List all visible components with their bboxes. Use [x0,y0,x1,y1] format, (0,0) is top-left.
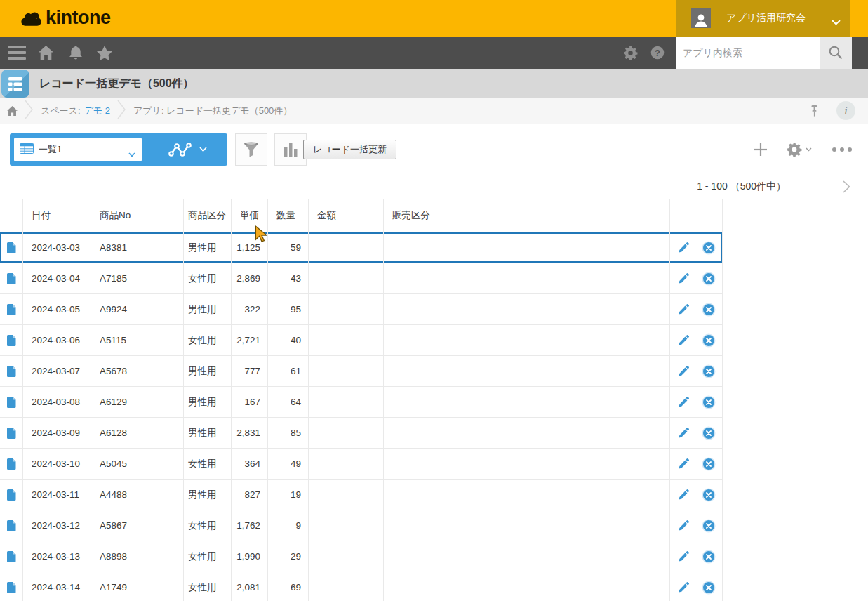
favorites-button[interactable] [94,37,115,69]
record-icon-cell[interactable] [0,572,23,601]
delete-record-button[interactable] [701,580,716,595]
record-icon-cell[interactable] [0,356,23,386]
delete-record-button[interactable] [701,487,716,503]
cell-product-no: A4488 [91,480,184,510]
table-row[interactable]: 2024-03-03 A8381 男性用 1,125 59 [0,232,723,263]
record-icon-cell[interactable] [0,263,23,293]
edit-record-button[interactable] [676,364,692,379]
person-icon [693,11,709,28]
hamburger-menu-button[interactable] [6,37,28,69]
record-document-icon [7,304,16,315]
pin-icon [810,105,819,117]
help-button[interactable]: ? [647,37,668,69]
breadcrumb-space-link[interactable]: デモ 2 [84,105,110,117]
admin-settings-button[interactable] [619,37,641,69]
cell-unit-price: 1,125 [232,232,268,263]
app-settings-button[interactable] [784,141,814,158]
table-row[interactable]: 2024-03-13 A8898 女性用 1,990 29 [0,541,723,572]
delete-record-button[interactable] [701,549,716,564]
breadcrumb-home-link[interactable] [7,106,18,116]
record-icon-cell[interactable] [0,418,23,448]
delete-record-button[interactable] [701,364,716,379]
app-info-button[interactable]: i [836,101,855,120]
line-graph-icon [168,141,193,158]
bulk-update-button[interactable]: レコード一括更新 [303,140,396,159]
edit-record-button[interactable] [676,271,692,286]
kintone-cloud-icon [20,9,44,27]
edit-record-button[interactable] [676,580,692,595]
edit-record-button[interactable] [676,456,692,472]
record-icon-cell[interactable] [0,325,23,355]
cell-date: 2024-03-05 [23,294,91,324]
delete-record-button[interactable] [701,518,716,534]
pin-button[interactable] [806,103,822,119]
header-unit-price[interactable]: 単価 [232,199,268,232]
graph-view-button[interactable] [147,133,227,166]
edit-record-button[interactable] [676,425,692,441]
table-row[interactable]: 2024-03-06 A5115 女性用 2,721 40 [0,325,723,356]
table-row[interactable]: 2024-03-10 A5045 女性用 364 49 [0,449,723,480]
table-row[interactable]: 2024-03-05 A9924 男性用 322 95 [0,294,723,325]
record-document-icon [7,242,16,253]
delete-record-button[interactable] [701,333,716,348]
delete-record-button[interactable] [701,425,716,441]
delete-record-button[interactable] [701,395,716,410]
search-button[interactable] [820,37,852,69]
table-row[interactable]: 2024-03-07 A5678 男性用 777 61 [0,356,723,387]
user-menu[interactable]: アプリ活用研究会 [676,0,850,37]
filter-button[interactable] [235,133,267,166]
chevron-down-icon [806,147,812,152]
header-date[interactable]: 日付 [23,199,91,232]
more-options-button[interactable] [831,145,853,154]
record-icon-cell[interactable] [0,294,23,324]
edit-record-button[interactable] [676,240,692,256]
record-icon-cell[interactable] [0,232,23,263]
table-row[interactable]: 2024-03-04 A7185 女性用 2,869 43 [0,263,723,294]
header-category[interactable]: 商品区分 [184,199,232,232]
header-product-no[interactable]: 商品No [91,199,184,232]
edit-record-button[interactable] [676,302,692,317]
edit-record-button[interactable] [676,487,692,503]
cell-unit-price: 167 [232,387,268,417]
view-select[interactable]: 一覧1 [14,138,142,161]
header-sales-category[interactable]: 販売区分 [384,199,670,232]
cell-product-no: A9924 [91,294,184,324]
kintone-logo[interactable]: kintone [20,7,111,29]
edit-record-button[interactable] [676,333,692,348]
cell-unit-price: 322 [232,294,268,324]
cell-date: 2024-03-09 [23,418,91,448]
header-quantity[interactable]: 数量 [268,199,309,232]
edit-record-button[interactable] [676,518,692,534]
portal-home-button[interactable] [35,37,56,69]
table-row[interactable]: 2024-03-08 A6129 男性用 167 64 [0,387,723,418]
pencil-icon [678,550,690,562]
delete-record-button[interactable] [701,271,716,286]
notifications-button[interactable] [66,37,86,69]
table-row[interactable]: 2024-03-11 A4488 男性用 827 19 [0,480,723,510]
table-row[interactable]: 2024-03-09 A6128 男性用 2,831 85 [0,418,723,449]
delete-record-button[interactable] [701,456,716,472]
record-icon-cell[interactable] [0,449,23,479]
edit-record-button[interactable] [676,395,692,410]
record-icon-cell[interactable] [0,480,23,510]
table-row[interactable]: 2024-03-14 A1749 女性用 2,081 69 [0,572,723,601]
record-icon-cell[interactable] [0,510,23,541]
cell-sales-category [384,356,670,386]
chart-button[interactable] [274,133,307,166]
search-input[interactable] [676,37,820,69]
help-icon: ? [650,46,665,60]
record-icon-cell[interactable] [0,541,23,572]
delete-record-button[interactable] [701,302,716,317]
edit-record-button[interactable] [676,549,692,564]
row-actions [670,541,723,572]
record-document-icon [7,366,16,377]
gear-icon [623,46,638,60]
cell-unit-price: 2,831 [232,418,268,448]
pagination-next-button[interactable] [840,180,853,193]
row-actions [670,449,723,479]
table-row[interactable]: 2024-03-12 A5867 女性用 1,762 9 [0,510,723,541]
delete-record-button[interactable] [701,240,716,256]
record-icon-cell[interactable] [0,387,23,417]
add-record-button[interactable] [752,142,769,157]
header-amount[interactable]: 金額 [309,199,384,232]
